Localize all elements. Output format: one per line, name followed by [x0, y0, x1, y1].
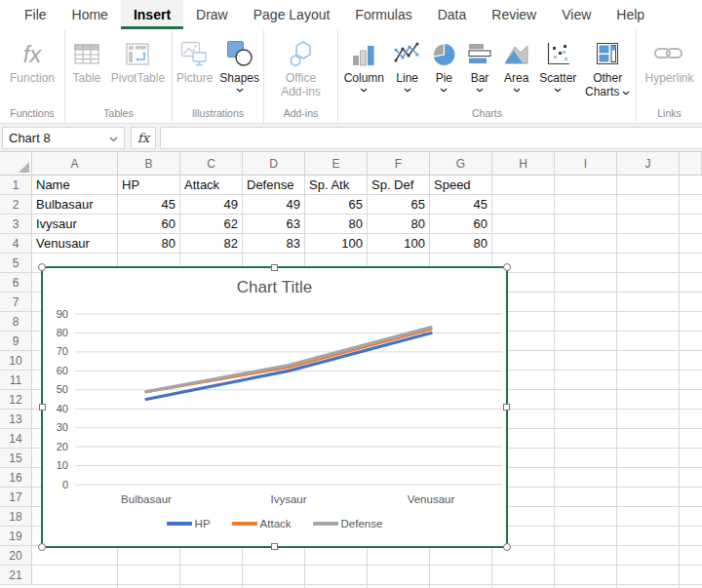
chevron-down-icon: [440, 86, 448, 95]
column-header-I[interactable]: I: [555, 152, 617, 176]
cell-B4[interactable]: 80: [118, 234, 180, 254]
chart-legend[interactable]: HPAttackDefense: [43, 518, 506, 529]
row-header-14[interactable]: 14: [0, 429, 32, 449]
row-header-9[interactable]: 9: [0, 332, 32, 351]
row-header-4[interactable]: 4: [0, 234, 32, 254]
row-header-19[interactable]: 19: [0, 527, 32, 546]
resize-handle-bottom[interactable]: [271, 543, 278, 550]
legend-item-defense[interactable]: Defense: [313, 518, 383, 529]
tab-data[interactable]: Data: [425, 0, 480, 29]
cell-C3[interactable]: 62: [180, 215, 243, 234]
cell-G1[interactable]: Speed: [430, 176, 492, 195]
cell-E1[interactable]: Sp. Atk: [305, 176, 368, 195]
cell-A3[interactable]: Ivysaur: [32, 215, 118, 234]
column-header-partial[interactable]: [680, 152, 702, 176]
row-header-17[interactable]: 17: [0, 488, 32, 507]
row-header-21[interactable]: 21: [0, 566, 32, 585]
shapes-button[interactable]: Shapes: [216, 34, 262, 97]
tab-page-layout[interactable]: Page Layout: [241, 0, 343, 29]
cell-F1[interactable]: Sp. Def: [368, 176, 430, 195]
row-header-6[interactable]: 6: [0, 273, 32, 293]
area-button[interactable]: Area: [499, 34, 534, 97]
y-axis-tick-label: 30: [57, 421, 68, 433]
row-header-8[interactable]: 8: [0, 312, 32, 332]
formula-input[interactable]: [160, 127, 702, 149]
cell-F3[interactable]: 80: [368, 215, 430, 234]
resize-handle-left[interactable]: [39, 404, 46, 411]
cell-E3[interactable]: 80: [305, 215, 368, 234]
fx-button[interactable]: fx: [131, 127, 156, 149]
cell-E4[interactable]: 100: [305, 234, 368, 254]
cell-D3[interactable]: 63: [243, 215, 305, 234]
column-header-H[interactable]: H: [492, 152, 555, 176]
tab-home[interactable]: Home: [59, 0, 121, 29]
row-header-2[interactable]: 2: [0, 195, 32, 215]
resize-handle-bottom-right[interactable]: [503, 543, 511, 551]
tab-review[interactable]: Review: [479, 0, 549, 29]
column-button[interactable]: Column: [341, 34, 387, 97]
legend-item-hp[interactable]: HP: [167, 518, 211, 529]
resize-handle-top-left[interactable]: [38, 263, 46, 271]
cell-A1[interactable]: Name: [32, 176, 118, 195]
column-header-F[interactable]: F: [368, 152, 430, 176]
cell-A2[interactable]: Bulbasaur: [32, 195, 118, 215]
row-header-13[interactable]: 13: [0, 410, 32, 429]
column-header-J[interactable]: J: [617, 152, 680, 176]
row-header-10[interactable]: 10: [0, 351, 32, 371]
pie-button[interactable]: Pie: [427, 34, 460, 97]
resize-handle-bottom-left[interactable]: [38, 543, 46, 551]
cell-C2[interactable]: 49: [180, 195, 243, 215]
fx-icon: fx: [137, 131, 149, 145]
cell-D4[interactable]: 83: [243, 234, 305, 254]
tab-draw[interactable]: Draw: [183, 0, 241, 29]
other-charts-button[interactable]: OtherCharts: [582, 34, 633, 100]
tab-formulas[interactable]: Formulas: [342, 0, 424, 29]
scatter-button[interactable]: Scatter: [536, 34, 579, 97]
bar-button[interactable]: Bar: [463, 34, 496, 97]
line-button[interactable]: Line: [390, 34, 425, 97]
row-header-20[interactable]: 20: [0, 546, 32, 566]
cell-D2[interactable]: 49: [243, 195, 305, 215]
tab-help[interactable]: Help: [604, 0, 657, 29]
row-header-1[interactable]: 1: [0, 176, 32, 195]
cell-F2[interactable]: 65: [368, 195, 430, 215]
row-header-11[interactable]: 11: [0, 371, 32, 390]
tab-view[interactable]: View: [549, 0, 604, 29]
cell-C1[interactable]: Attack: [180, 176, 243, 195]
select-all-corner[interactable]: [0, 152, 32, 176]
row-header-15[interactable]: 15: [0, 449, 32, 468]
cell-G2[interactable]: 45: [430, 195, 492, 215]
column-header-B[interactable]: B: [118, 152, 180, 176]
column-header-E[interactable]: E: [305, 152, 368, 176]
row-header-3[interactable]: 3: [0, 215, 32, 234]
legend-item-attack[interactable]: Attack: [232, 518, 292, 529]
name-box[interactable]: Chart 8: [2, 127, 125, 149]
row-header-7[interactable]: 7: [0, 293, 32, 312]
tab-insert[interactable]: Insert: [121, 0, 183, 29]
resize-handle-top-right[interactable]: [503, 263, 511, 271]
column-header-G[interactable]: G: [430, 152, 492, 176]
cell-E2[interactable]: 65: [305, 195, 368, 215]
column-header-A[interactable]: A: [32, 152, 118, 176]
cell-B1[interactable]: HP: [118, 176, 180, 195]
column-header-C[interactable]: C: [180, 152, 243, 176]
row-header-12[interactable]: 12: [0, 390, 32, 410]
cell-B3[interactable]: 60: [118, 215, 180, 234]
tab-file[interactable]: File: [12, 0, 59, 29]
cell-B2[interactable]: 45: [118, 195, 180, 215]
resize-handle-top[interactable]: [271, 264, 278, 271]
cell-D1[interactable]: Defense: [243, 176, 305, 195]
column-header-D[interactable]: D: [243, 152, 305, 176]
cell-A4[interactable]: Venusaur: [32, 234, 118, 254]
cell-C4[interactable]: 82: [180, 234, 243, 254]
chart-object[interactable]: Chart Title 0102030405060708090Bulbasaur…: [41, 266, 508, 548]
row-header-16[interactable]: 16: [0, 468, 32, 488]
cell-G4[interactable]: 80: [430, 234, 492, 254]
row-header-5[interactable]: 5: [0, 254, 32, 273]
cell-G3[interactable]: 60: [430, 215, 492, 234]
series-line-defense[interactable]: [146, 328, 431, 392]
resize-handle-right[interactable]: [503, 404, 510, 411]
cell-F4[interactable]: 100: [368, 234, 430, 254]
y-axis-tick-label: 70: [57, 345, 68, 357]
row-header-18[interactable]: 18: [0, 507, 32, 527]
